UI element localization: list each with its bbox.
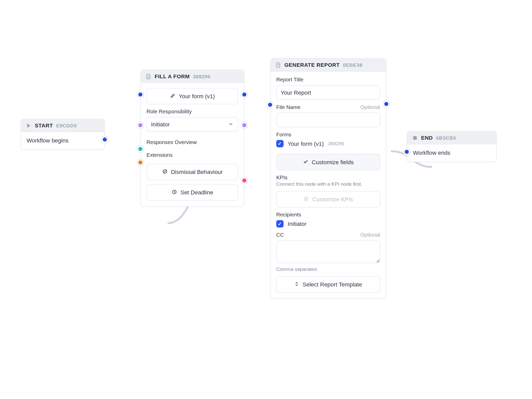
- node-start[interactable]: START E9CDD0 Workflow begins: [20, 119, 105, 150]
- chevron-down-icon: [228, 121, 234, 128]
- node-end-body: Workflow ends: [413, 149, 491, 156]
- role-responsibility-label: Role Responsibility: [147, 108, 238, 115]
- cc-hint: Comma separated.: [276, 267, 380, 272]
- extensions-label: Extensions: [147, 152, 238, 158]
- node-generate-report[interactable]: GENERATE REPORT 0EBE38 Report Title File…: [270, 58, 386, 299]
- node-generate-report-hash: 0EBE38: [343, 62, 362, 68]
- node-start-header: START E9CDD0: [21, 119, 104, 132]
- port-form-in[interactable]: [137, 91, 144, 98]
- node-end-hash: 6B3CB6: [436, 135, 456, 140]
- svg-rect-3: [413, 136, 417, 139]
- port-form-responses[interactable]: [137, 146, 144, 152]
- sort-icon: [294, 281, 299, 288]
- node-start-hash: E9CDD0: [56, 123, 77, 128]
- node-fill-form-title: FILL A FORM: [155, 73, 190, 79]
- recipient-initiator-label: Initiator: [288, 220, 306, 227]
- node-start-title: START: [35, 122, 53, 128]
- select-report-template-button[interactable]: Select Report Template: [276, 276, 380, 293]
- check-icon: [303, 159, 308, 165]
- cc-label: CC Optional: [276, 232, 380, 238]
- port-start-out[interactable]: [102, 136, 108, 143]
- port-end-in[interactable]: [404, 149, 410, 155]
- role-responsibility-select[interactable]: Initiator: [147, 117, 238, 132]
- report-title-label: Report Title: [276, 76, 380, 83]
- cc-textarea[interactable]: [276, 240, 380, 263]
- report-title-input[interactable]: [276, 85, 380, 100]
- document-icon: [146, 73, 151, 79]
- port-gen-out[interactable]: [383, 101, 390, 107]
- play-icon: [26, 123, 31, 128]
- node-fill-form-header: FILL A FORM 388296: [141, 70, 244, 83]
- customize-kpis-label: Customize KPIs: [312, 196, 353, 203]
- node-end-header: END 6B3CB6: [407, 131, 496, 145]
- kpis-hint: Connect this node with a KPI node first.: [276, 181, 380, 187]
- customize-fields-label: Customize fields: [312, 159, 354, 165]
- node-fill-form-hash: 388296: [193, 73, 210, 79]
- customize-kpis-button: Customize KPIs: [276, 191, 380, 207]
- set-deadline-label: Set Deadline: [180, 189, 213, 196]
- node-generate-report-title: GENERATE REPORT: [284, 62, 340, 68]
- forms-label: Forms: [276, 131, 380, 138]
- your-form-button[interactable]: Your form (v1): [147, 88, 238, 104]
- report-icon: [275, 62, 281, 68]
- set-deadline-button[interactable]: Set Deadline: [147, 184, 238, 201]
- select-report-template-label: Select Report Template: [303, 281, 362, 288]
- recipients-label: Recipients: [276, 212, 380, 218]
- cc-optional: Optional: [360, 232, 380, 238]
- port-form-role-right[interactable]: [241, 122, 248, 129]
- dismissal-behaviour-button[interactable]: Dismissal Behaviour: [147, 164, 238, 180]
- node-start-body: Workflow begins: [27, 137, 99, 144]
- kpis-label: KPIs: [276, 174, 380, 181]
- cancel-icon: [162, 168, 168, 175]
- edit-icon: [170, 93, 175, 99]
- circle-check-icon: [303, 196, 309, 203]
- node-end[interactable]: END 6B3CB6 Workflow ends: [407, 131, 497, 162]
- responses-overview-label: Responses Overview: [147, 139, 238, 145]
- stop-icon: [412, 135, 418, 140]
- port-form-out[interactable]: [241, 91, 248, 98]
- form-checkbox[interactable]: ✓: [276, 140, 284, 147]
- port-form-role-left[interactable]: [137, 122, 144, 129]
- file-name-input[interactable]: [276, 113, 380, 127]
- recipient-initiator-checkbox[interactable]: ✓: [276, 220, 284, 228]
- port-form-extensions[interactable]: [137, 159, 144, 166]
- form-checkbox-label: Your form (v1): [288, 140, 324, 147]
- clock-icon: [171, 189, 177, 196]
- connectors: [0, 0, 532, 399]
- your-form-label: Your form (v1): [179, 93, 215, 99]
- node-end-title: END: [421, 135, 433, 141]
- node-generate-report-header: GENERATE REPORT 0EBE38: [271, 59, 386, 72]
- node-fill-form[interactable]: FILL A FORM 388296 Your form (v1) Role R…: [140, 70, 244, 207]
- role-responsibility-value: Initiator: [151, 121, 170, 128]
- dismissal-behaviour-label: Dismissal Behaviour: [171, 169, 223, 175]
- form-checkbox-hash: 388296: [328, 141, 344, 146]
- file-name-optional: Optional: [360, 104, 380, 110]
- port-gen-in[interactable]: [267, 102, 273, 108]
- file-name-label: File Name Optional: [276, 104, 380, 110]
- customize-fields-button[interactable]: Customize fields: [276, 154, 380, 170]
- port-form-dismissal[interactable]: [241, 177, 248, 184]
